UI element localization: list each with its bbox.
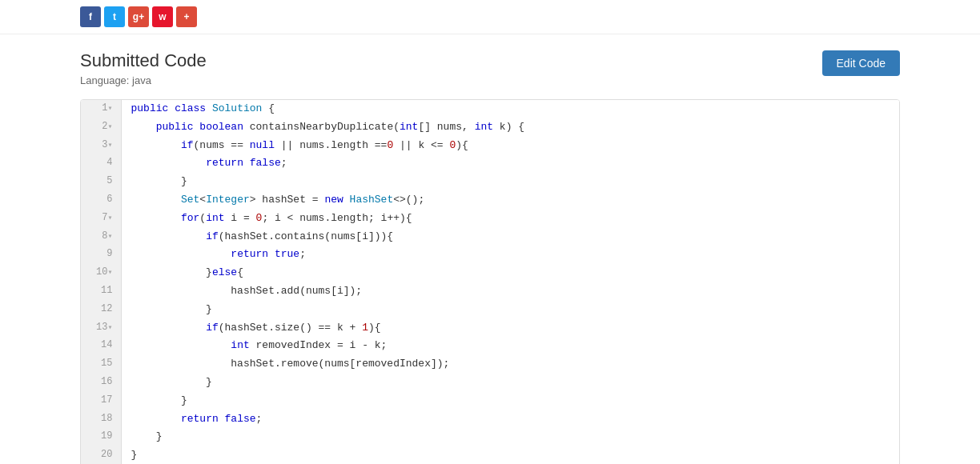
title-group: Submitted Code Language: java: [80, 50, 207, 86]
code-container: 1▾ public class Solution { 2▾ public boo…: [80, 99, 900, 464]
social-buttons: f t g+ w +: [80, 6, 900, 27]
code-content: if(hashSet.contains(nums[i])){: [121, 228, 899, 246]
line-number: 5: [81, 173, 121, 191]
code-table: 1▾ public class Solution { 2▾ public boo…: [81, 100, 899, 464]
table-row: 12 }: [81, 301, 899, 319]
table-row: 13▾ if(hashSet.size() == k + 1){: [81, 319, 899, 338]
code-content: Set<Integer> hashSet = new HashSet<>();: [121, 191, 899, 210]
line-number: 1▾: [81, 100, 121, 118]
table-row: 11 hashSet.add(nums[i]);: [81, 282, 899, 301]
code-content: return false;: [121, 410, 899, 429]
line-number: 12: [81, 301, 121, 319]
code-content: hashSet.add(nums[i]);: [121, 282, 899, 301]
line-number: 14: [81, 337, 121, 355]
top-bar: f t g+ w +: [0, 0, 980, 34]
code-content: }: [121, 446, 899, 464]
line-number: 6: [81, 191, 121, 210]
code-content: }: [121, 428, 899, 446]
twitter-share-button[interactable]: t: [104, 6, 125, 27]
table-row: 5 }: [81, 173, 899, 191]
table-row: 1▾ public class Solution {: [81, 100, 899, 118]
table-row: 20 }: [81, 446, 899, 464]
table-row: 16 }: [81, 374, 899, 392]
code-content: }: [121, 374, 899, 392]
table-row: 17 }: [81, 392, 899, 410]
google-share-button[interactable]: g+: [128, 6, 149, 27]
line-number: 9: [81, 246, 121, 264]
line-number: 3▾: [81, 137, 121, 155]
line-number: 17: [81, 392, 121, 410]
table-row: 6 Set<Integer> hashSet = new HashSet<>()…: [81, 191, 899, 210]
line-number: 10▾: [81, 264, 121, 282]
weibo-share-button[interactable]: w: [152, 6, 173, 27]
code-content: }else{: [121, 264, 899, 282]
code-content: public boolean containsNearbyDuplicate(i…: [121, 118, 899, 137]
code-content: }: [121, 392, 899, 410]
plus-share-button[interactable]: +: [176, 6, 197, 27]
line-number: 15: [81, 355, 121, 374]
line-number: 4: [81, 154, 121, 173]
page-title: Submitted Code: [80, 50, 207, 71]
facebook-share-button[interactable]: f: [80, 6, 101, 27]
line-number: 20: [81, 446, 121, 464]
code-content: if(nums == null || nums.length ==0 || k …: [121, 137, 899, 155]
edit-code-button[interactable]: Edit Code: [822, 50, 900, 76]
code-content: for(int i = 0; i < nums.length; i++){: [121, 210, 899, 228]
table-row: 10▾ }else{: [81, 264, 899, 282]
table-row: 15 hashSet.remove(nums[removedIndex]);: [81, 355, 899, 374]
language-label: Language: java: [80, 74, 207, 86]
table-row: 8▾ if(hashSet.contains(nums[i])){: [81, 228, 899, 246]
line-number: 7▾: [81, 210, 121, 228]
line-number: 11: [81, 282, 121, 301]
code-content: int removedIndex = i - k;: [121, 337, 899, 355]
code-content: public class Solution {: [121, 100, 899, 118]
section-header: Submitted Code Language: java Edit Code: [80, 50, 900, 86]
code-content: if(hashSet.size() == k + 1){: [121, 319, 899, 338]
table-row: 19 }: [81, 428, 899, 446]
code-content: }: [121, 173, 899, 191]
table-row: 18 return false;: [81, 410, 899, 429]
line-number: 19: [81, 428, 121, 446]
code-content: return false;: [121, 154, 899, 173]
table-row: 3▾ if(nums == null || nums.length ==0 ||…: [81, 137, 899, 155]
line-number: 2▾: [81, 118, 121, 137]
code-content: return true;: [121, 246, 899, 264]
table-row: 9 return true;: [81, 246, 899, 264]
table-row: 4 return false;: [81, 154, 899, 173]
code-content: hashSet.remove(nums[removedIndex]);: [121, 355, 899, 374]
line-number: 18: [81, 410, 121, 429]
line-number: 8▾: [81, 228, 121, 246]
line-number: 13▾: [81, 319, 121, 338]
code-content: }: [121, 301, 899, 319]
table-row: 14 int removedIndex = i - k;: [81, 337, 899, 355]
line-number: 16: [81, 374, 121, 392]
table-row: 7▾ for(int i = 0; i < nums.length; i++){: [81, 210, 899, 228]
main-content: Submitted Code Language: java Edit Code …: [0, 34, 980, 464]
table-row: 2▾ public boolean containsNearbyDuplicat…: [81, 118, 899, 137]
